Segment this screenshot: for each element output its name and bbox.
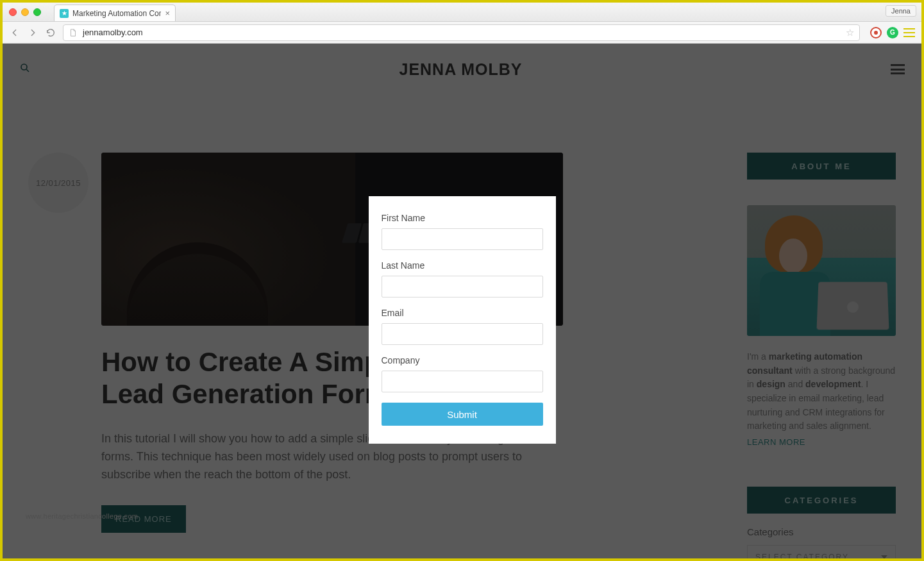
grammarly-extension-icon[interactable]: G bbox=[887, 27, 898, 38]
nav-forward-button[interactable] bbox=[27, 27, 38, 38]
company-input[interactable] bbox=[382, 371, 543, 392]
arrow-left-icon bbox=[10, 28, 20, 38]
email-label: Email bbox=[382, 308, 543, 318]
browser-toolbar: jennamolby.com ☆ G bbox=[3, 22, 921, 44]
last-name-label: Last Name bbox=[382, 260, 543, 271]
email-input[interactable] bbox=[382, 323, 543, 345]
last-name-input[interactable] bbox=[382, 276, 543, 297]
first-name-label: First Name bbox=[382, 213, 543, 223]
page-viewport: JENNA MOLBY 12/01/2015 How to Create A S… bbox=[3, 44, 921, 558]
nav-reload-button[interactable] bbox=[45, 27, 56, 38]
browser-profile-badge[interactable]: Jenna bbox=[886, 5, 916, 17]
browser-tab[interactable]: Marketing Automation Con × bbox=[54, 4, 176, 21]
email-field: Email bbox=[382, 308, 543, 345]
nav-back-button[interactable] bbox=[9, 27, 21, 38]
browser-tab-strip: Marketing Automation Con × Jenna bbox=[3, 3, 921, 22]
window-close-icon[interactable] bbox=[9, 8, 17, 16]
arrow-right-icon bbox=[28, 28, 38, 38]
company-field: Company bbox=[382, 355, 543, 392]
window-minimize-icon[interactable] bbox=[21, 8, 29, 16]
bookmark-star-icon[interactable]: ☆ bbox=[846, 27, 854, 38]
last-name-field: Last Name bbox=[382, 260, 543, 297]
reload-icon bbox=[46, 28, 56, 38]
lead-form-modal: First Name Last Name Email Company Submi… bbox=[369, 196, 556, 444]
address-bar[interactable]: jennamolby.com ☆ bbox=[63, 24, 860, 41]
tab-close-icon[interactable]: × bbox=[165, 8, 170, 18]
url-text: jennamolby.com bbox=[83, 28, 143, 37]
window-zoom-icon[interactable] bbox=[33, 8, 41, 16]
window-controls bbox=[3, 8, 41, 16]
page-icon bbox=[69, 28, 78, 37]
tab-favicon-icon bbox=[60, 9, 69, 18]
company-label: Company bbox=[382, 355, 543, 365]
browser-menu-icon[interactable] bbox=[903, 28, 915, 37]
extension-icons: G bbox=[866, 27, 915, 38]
ublock-extension-icon[interactable] bbox=[870, 27, 882, 38]
first-name-field: First Name bbox=[382, 213, 543, 250]
tab-title: Marketing Automation Con bbox=[72, 9, 161, 18]
submit-button[interactable]: Submit bbox=[382, 403, 543, 426]
first-name-input[interactable] bbox=[382, 228, 543, 250]
